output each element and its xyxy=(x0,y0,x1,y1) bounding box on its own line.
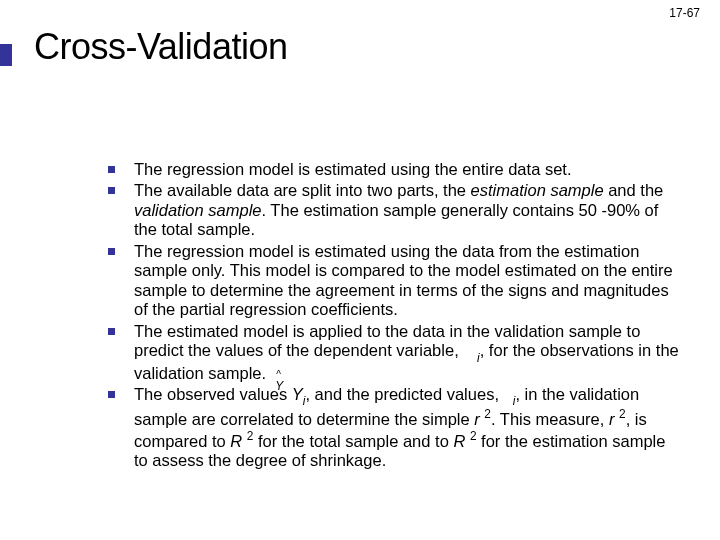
bullet-list: The regression model is estimated using … xyxy=(94,160,680,471)
slide: 17-67 Cross-Validation The regression mo… xyxy=(0,0,720,540)
bullet-item: The available data are split into two pa… xyxy=(94,181,680,239)
body-area: The regression model is estimated using … xyxy=(94,160,680,473)
bullet-item: The observed values Yi, and the predicte… xyxy=(94,385,680,471)
slide-title: Cross-Validation xyxy=(34,26,684,68)
page-number: 17-67 xyxy=(669,6,700,20)
bullet-item: The regression model is estimated using … xyxy=(94,242,680,320)
title-area: Cross-Validation xyxy=(34,26,684,68)
bullet-item: The estimated model is applied to the da… xyxy=(94,322,680,383)
bullet-item: The regression model is estimated using … xyxy=(94,160,680,179)
title-accent-bar xyxy=(0,44,12,66)
